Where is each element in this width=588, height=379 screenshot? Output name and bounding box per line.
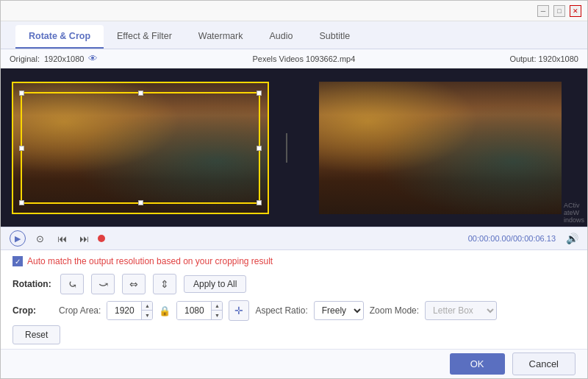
rotate-cw-button[interactable]: ⤻: [91, 274, 115, 294]
aspect-ratio-label: Aspect Ratio:: [255, 305, 307, 316]
auto-match-row: ✓ Auto match the output resolution based…: [12, 256, 576, 266]
volume-icon[interactable]: 🔊: [566, 233, 578, 244]
skip-back-icon: ⏮: [57, 233, 67, 244]
rotate-ccw-button[interactable]: ⤿: [60, 274, 84, 294]
height-spinners: ▲ ▼: [211, 302, 222, 319]
crop-handle-ml[interactable]: [19, 146, 24, 151]
video-canvas: [12, 82, 269, 214]
preview-area: ACtivateWindows: [1, 68, 587, 227]
flip-v-button[interactable]: ⇕: [153, 274, 176, 294]
play-icon: ▶: [15, 234, 21, 244]
center-crop-button[interactable]: ✛: [229, 300, 249, 321]
play-button[interactable]: ▶: [10, 230, 26, 247]
maximize-button[interactable]: □: [553, 5, 565, 17]
crop-handle-bc[interactable]: [138, 200, 143, 205]
width-spinners: ▲ ▼: [141, 302, 152, 319]
video-right-panel: [293, 68, 587, 227]
crop-area-label: Crop Area:: [59, 305, 101, 316]
height-up-button[interactable]: ▲: [212, 302, 222, 311]
skip-forward-button[interactable]: ⏭: [76, 230, 92, 247]
tab-rotate-crop[interactable]: Rotate & Crop: [15, 25, 104, 49]
crop-row: Crop: Crop Area: ▲ ▼ 🔒 ▲ ▼ ✛: [12, 300, 576, 321]
crop-overlay[interactable]: [21, 92, 260, 204]
crop-handle-mr[interactable]: [257, 146, 262, 151]
tab-audio[interactable]: Audio: [256, 25, 306, 49]
flip-h-icon: ⇔: [129, 278, 138, 290]
video-preview: [319, 82, 562, 214]
output-resolution: 1920x1080: [539, 54, 578, 63]
zoom-mode-select[interactable]: Letter Box Pan & Scan Full Screen: [425, 301, 497, 320]
height-input-group: ▲ ▼: [176, 301, 223, 320]
original-resolution: 1920x1080: [44, 54, 84, 63]
eye-icon[interactable]: 👁: [88, 53, 98, 64]
cancel-button[interactable]: Cancel: [512, 353, 576, 375]
width-input[interactable]: [107, 302, 141, 319]
height-down-button[interactable]: ▼: [212, 311, 222, 319]
file-name: Pexels Videos 1093662.mp4: [252, 54, 355, 63]
main-window: ─ □ ✕ Rotate & Crop Effect & Filter Wate…: [0, 0, 588, 379]
auto-match-label: Auto match the output resolution based o…: [27, 256, 273, 266]
tab-watermark[interactable]: Watermark: [185, 25, 257, 49]
loop-button[interactable]: ⊙: [32, 230, 48, 247]
aspect-ratio-select[interactable]: Freely 16:9 4:3 1:1 9:16: [314, 301, 364, 320]
rotate-cw-icon: ⤻: [98, 277, 108, 291]
video-left-panel: [1, 68, 280, 227]
rotation-row: Rotation: ⤿ ⤻ ⇔ ⇕ Apply to All: [12, 274, 576, 294]
width-down-button[interactable]: ▼: [142, 311, 152, 319]
divider-line: [286, 133, 287, 163]
ok-button[interactable]: OK: [450, 353, 505, 375]
flip-h-button[interactable]: ⇔: [122, 274, 146, 294]
width-input-group: ▲ ▼: [107, 301, 153, 320]
width-up-button[interactable]: ▲: [142, 302, 152, 311]
preview-divider: [280, 68, 293, 227]
skip-forward-icon: ⏭: [79, 233, 89, 244]
rotation-label: Rotation:: [12, 279, 53, 289]
crop-handle-tr[interactable]: [257, 91, 262, 96]
auto-match-checkbox[interactable]: ✓: [12, 256, 23, 266]
checkmark-icon: ✓: [15, 258, 21, 266]
record-indicator: [98, 235, 105, 242]
crop-label: Crop:: [12, 305, 53, 316]
crop-handle-bl[interactable]: [19, 200, 24, 205]
crop-handle-tc[interactable]: [138, 91, 143, 96]
zoom-mode-label: Zoom Mode:: [370, 305, 419, 316]
crop-handle-tl[interactable]: [19, 91, 24, 96]
info-bar: Original: 1920x1080 👁 Pexels Videos 1093…: [1, 49, 587, 68]
minimize-button[interactable]: ─: [537, 5, 549, 17]
title-bar: ─ □ ✕: [1, 1, 587, 21]
reset-button[interactable]: Reset: [12, 325, 60, 344]
apply-all-button[interactable]: Apply to All: [184, 275, 246, 293]
original-label: Original:: [10, 54, 40, 63]
close-button[interactable]: ✕: [570, 5, 581, 17]
footer-bar: OK Cancel: [1, 349, 587, 378]
crop-handle-br[interactable]: [257, 200, 262, 205]
rotate-ccw-icon: ⤿: [68, 277, 77, 291]
skip-back-button[interactable]: ⏮: [54, 230, 70, 247]
controls-bar: ▶ ⊙ ⏮ ⏭ 00:00:00.00/00:00:06.13 🔊: [1, 227, 587, 250]
options-area: ✓ Auto match the output resolution based…: [1, 250, 587, 349]
tabs-bar: Rotate & Crop Effect & Filter Watermark …: [1, 21, 587, 49]
height-input[interactable]: [177, 302, 211, 319]
time-display: 00:00:00.00/00:00:06.13: [468, 234, 556, 243]
tab-effect-filter[interactable]: Effect & Filter: [104, 25, 185, 49]
loop-icon: ⊙: [36, 233, 44, 244]
lock-icon: 🔒: [159, 305, 171, 316]
tab-subtitle[interactable]: Subtitle: [306, 25, 363, 49]
output-label: Output:: [509, 54, 536, 63]
flip-v-icon: ⇕: [160, 278, 169, 290]
